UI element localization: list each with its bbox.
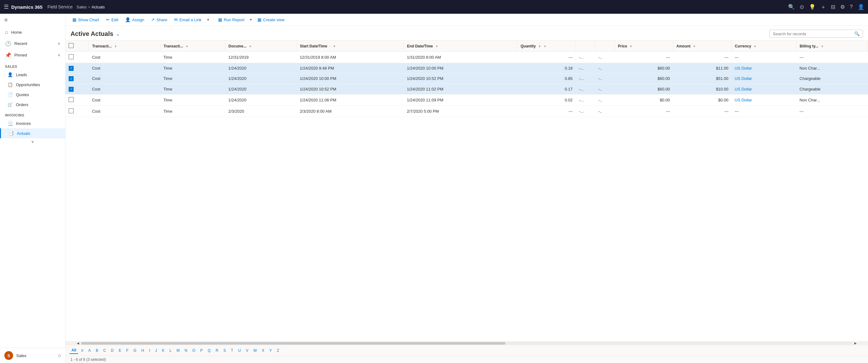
alpha-btn-g[interactable]: G <box>131 347 138 354</box>
filter-end-datetime-icon[interactable]: ▼ <box>435 44 438 48</box>
settings-icon[interactable]: ⚙ <box>840 4 845 10</box>
horizontal-scrollbar[interactable]: ◀ ▶ <box>65 341 868 345</box>
filter-transaction-category-icon[interactable]: ▼ <box>114 44 117 48</box>
run-report-button[interactable]: ▦ Run Report <box>215 16 247 24</box>
filter-start-datetime-icon[interactable]: ▼ <box>333 44 336 48</box>
table-row[interactable]: ✓ Cost Time 1/24/2020 1/24/2020 10:00 PM… <box>65 73 868 84</box>
table-row[interactable]: ✓ Cost Time 1/24/2020 1/24/2020 10:52 PM… <box>65 84 868 95</box>
alpha-btn-all[interactable]: All <box>69 347 78 354</box>
sidebar-toggle[interactable]: ≡ <box>0 14 65 27</box>
row-checkbox-cell[interactable]: ✓ <box>65 63 89 74</box>
filter-transaction-type-icon[interactable]: ▼ <box>185 44 188 48</box>
alpha-btn-v[interactable]: V <box>244 347 251 354</box>
alpha-btn-t[interactable]: T <box>229 347 235 354</box>
row-checkbox[interactable]: ✓ <box>69 87 74 92</box>
table-row[interactable]: ✓ Cost Time 1/24/2020 1/24/2020 9:48 PM … <box>65 63 868 74</box>
search-icon[interactable]: 🔍 <box>788 4 795 10</box>
row-checkbox[interactable]: ✓ <box>69 66 74 71</box>
search-box[interactable]: 🔍 <box>769 30 863 38</box>
alpha-btn-z[interactable]: Z <box>275 347 281 354</box>
more-actions-button[interactable]: ▾ <box>205 16 211 23</box>
show-chart-button[interactable]: ▦ Show Chart <box>69 16 102 24</box>
alpha-btn-p[interactable]: P <box>198 347 205 354</box>
filter-quantity2-icon[interactable]: ▼ <box>544 44 547 48</box>
alpha-btn-x[interactable]: X <box>259 347 267 354</box>
email-link-button[interactable]: ✉ Email a Link <box>171 16 205 24</box>
filter-billing-type-icon[interactable]: ▼ <box>820 44 824 48</box>
alpha-btn-d[interactable]: D <box>109 347 116 354</box>
sort-start-datetime-icon[interactable]: ↑ <box>329 44 331 48</box>
alpha-btn-b[interactable]: B <box>94 347 100 354</box>
chevron-right-icon[interactable]: ◇ <box>58 353 61 358</box>
scroll-right-icon[interactable]: ▶ <box>852 341 859 345</box>
help-icon[interactable]: ? <box>850 4 853 10</box>
lightbulb-icon[interactable]: 💡 <box>809 4 815 10</box>
alpha-btn-k[interactable]: K <box>160 347 166 354</box>
sidebar-scroll-down[interactable]: ∨ <box>0 138 65 145</box>
row-checkbox[interactable] <box>69 108 74 113</box>
sidebar-item-actuals[interactable]: 📑 Actuals <box>0 128 65 138</box>
breadcrumb-parent[interactable]: Sales <box>76 5 87 9</box>
row-checkbox-cell[interactable] <box>65 52 89 63</box>
user-icon[interactable]: 👤 <box>858 4 864 10</box>
alpha-btn-m[interactable]: M <box>175 347 182 354</box>
table-row[interactable]: Cost Time 1/24/2020 1/24/2020 11:08 PM 1… <box>65 94 868 105</box>
sidebar-item-orders[interactable]: 🛒 Orders <box>0 99 65 110</box>
alpha-btn-i[interactable]: I <box>147 347 152 354</box>
run-report-dropdown[interactable]: ▾ <box>248 16 254 23</box>
sidebar-item-invoices[interactable]: 📃 Invoices <box>0 118 65 128</box>
filter-price-icon[interactable]: ▼ <box>629 44 632 48</box>
alpha-btn-y[interactable]: Y <box>267 347 274 354</box>
alpha-btn-w[interactable]: W <box>251 347 259 354</box>
search-input[interactable] <box>773 32 852 36</box>
sidebar-item-quotes[interactable]: 📄 Quotes <box>0 90 65 99</box>
table-row[interactable]: Cost Time 12/31/2019 12/31/2019 8:00 AM … <box>65 52 868 63</box>
table-row[interactable]: Cost Time 2/3/2020 2/3/2020 8:00 AM 2/7/… <box>65 105 868 117</box>
col-check[interactable] <box>65 40 89 52</box>
alpha-btn-o[interactable]: O <box>190 347 197 354</box>
sidebar-item-pinned[interactable]: 📌 Pinned ∨ <box>0 49 65 61</box>
row-checkbox-cell[interactable]: ✓ <box>65 73 89 84</box>
alpha-btn-j[interactable]: J <box>153 347 159 354</box>
alpha-btn-r[interactable]: R <box>213 347 221 354</box>
alpha-btn-c[interactable]: C <box>101 347 108 354</box>
sidebar-item-leads[interactable]: 👤 Leads <box>0 70 65 80</box>
target-icon[interactable]: ⊙ <box>800 4 804 10</box>
assign-button[interactable]: 👤 Assign <box>122 16 147 24</box>
scroll-thumb[interactable] <box>81 342 505 344</box>
sidebar-item-recent[interactable]: 🕐 Recent ∨ <box>0 38 65 49</box>
search-icon[interactable]: 🔍 <box>854 31 860 36</box>
share-button[interactable]: ↗ Share <box>148 16 170 24</box>
row-checkbox[interactable] <box>69 54 74 59</box>
alpha-btn-u[interactable]: U <box>236 347 243 354</box>
select-all-checkbox[interactable] <box>69 43 74 48</box>
filter-currency-icon[interactable]: ▼ <box>753 44 756 48</box>
alpha-btn-#[interactable]: # <box>79 347 86 354</box>
scroll-left-icon[interactable]: ◀ <box>75 341 81 345</box>
row-checkbox-cell[interactable] <box>65 105 89 117</box>
filter-quantity-icon[interactable]: ▼ <box>538 44 541 48</box>
scroll-track[interactable] <box>81 342 852 344</box>
alpha-btn-f[interactable]: F <box>124 347 130 354</box>
sidebar-item-opportunities[interactable]: 📋 Opportunities <box>0 80 65 90</box>
create-view-button[interactable]: ▦ Create view <box>254 16 288 24</box>
alpha-btn-a[interactable]: A <box>86 347 93 354</box>
row-checkbox-cell[interactable]: ✓ <box>65 84 89 95</box>
edit-button[interactable]: ✏ Edit <box>103 16 121 24</box>
row-checkbox-cell[interactable] <box>65 94 89 105</box>
alpha-btn-n[interactable]: N <box>183 347 190 354</box>
view-title-dropdown[interactable]: ⌄ <box>116 31 120 37</box>
sidebar-item-home[interactable]: ⌂ Home <box>0 27 65 38</box>
add-icon[interactable]: ＋ <box>820 3 826 10</box>
alpha-btn-s[interactable]: S <box>221 347 228 354</box>
alpha-btn-l[interactable]: L <box>167 347 174 354</box>
hamburger-icon[interactable]: ☰ <box>4 3 9 10</box>
row-checkbox[interactable]: ✓ <box>69 76 74 81</box>
row-checkbox[interactable] <box>69 97 74 102</box>
filter-amount-icon[interactable]: ▼ <box>693 44 696 48</box>
filter-icon[interactable]: ⊟ <box>831 4 835 10</box>
alpha-btn-e[interactable]: E <box>116 347 123 354</box>
alpha-btn-h[interactable]: H <box>139 347 146 354</box>
filter-document-icon[interactable]: ▼ <box>249 44 252 48</box>
alpha-btn-q[interactable]: Q <box>206 347 213 354</box>
